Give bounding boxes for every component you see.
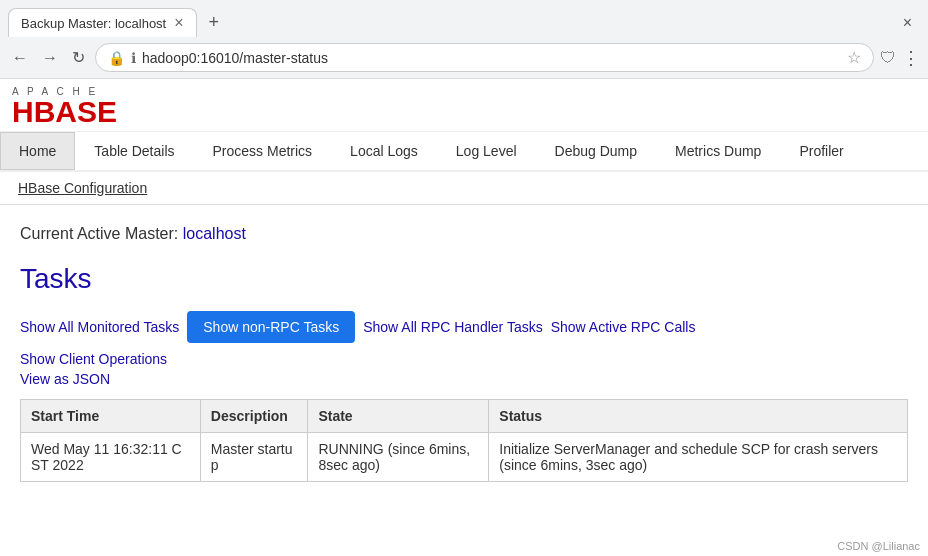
col-state: State [308, 400, 489, 433]
cell-description: Master startup [200, 433, 308, 482]
logo-ase: ASE [55, 95, 117, 128]
show-all-rpc-button[interactable]: Show All RPC Handler Tasks [363, 315, 542, 339]
tab-title: Backup Master: localhost [21, 16, 166, 31]
nav-profiler[interactable]: Profiler [780, 132, 862, 170]
security-icon: 🔒 [108, 50, 125, 66]
table-body: Wed May 11 16:32:11 CST 2022 Master star… [21, 433, 908, 482]
bookmark-button[interactable]: ☆ [847, 48, 861, 67]
view-json-link[interactable]: View as JSON [20, 371, 110, 387]
hbase-header: A P A C H E HBASE Home Table Details Pro… [0, 79, 928, 205]
nav-second-row-container: HBase Configuration [0, 170, 928, 204]
table-head: Start Time Description State Status [21, 400, 908, 433]
col-start-time: Start Time [21, 400, 201, 433]
logo-b: B [34, 95, 56, 128]
url-display: hadoop0:16010/master-status [142, 50, 841, 66]
new-tab-button[interactable]: + [201, 8, 228, 37]
address-bar-row: ← → ↻ 🔒 ℹ hadoop0:16010/master-status ☆ … [0, 37, 928, 78]
address-bar[interactable]: 🔒 ℹ hadoop0:16010/master-status ☆ [95, 43, 874, 72]
hbase-logo-area: A P A C H E HBASE [0, 79, 928, 131]
close-window-icon[interactable]: × [895, 14, 920, 32]
hbase-main-logo: HBASE [12, 97, 916, 127]
show-non-rpc-button[interactable]: Show non-RPC Tasks [187, 311, 355, 343]
nav-log-level[interactable]: Log Level [437, 132, 536, 170]
forward-button[interactable]: → [38, 45, 62, 71]
col-status: Status [489, 400, 908, 433]
nav-table-details[interactable]: Table Details [75, 132, 193, 170]
nav-metrics-dump[interactable]: Metrics Dump [656, 132, 780, 170]
show-client-ops-button[interactable]: Show Client Operations [20, 347, 167, 371]
close-tab-icon[interactable]: × [174, 15, 183, 31]
show-active-rpc-button[interactable]: Show Active RPC Calls [551, 315, 696, 339]
tasks-heading: Tasks [20, 263, 908, 295]
task-buttons-row1: Show All Monitored Tasks Show non-RPC Ta… [20, 311, 908, 343]
nav-local-logs[interactable]: Local Logs [331, 132, 437, 170]
cell-start-time: Wed May 11 16:32:11 CST 2022 [21, 433, 201, 482]
task-buttons-row2: Show Client Operations [20, 351, 908, 367]
nav-debug-dump[interactable]: Debug Dump [536, 132, 657, 170]
logo-h: H [12, 95, 34, 128]
cell-state: RUNNING (since 6mins,8sec ago) [308, 433, 489, 482]
cell-status: Initialize ServerManager and schedule SC… [489, 433, 908, 482]
domain-icon: ℹ [131, 50, 136, 66]
main-content: Current Active Master: localhost Tasks S… [0, 205, 928, 502]
col-description: Description [200, 400, 308, 433]
shield-button[interactable]: 🛡 [880, 49, 896, 67]
show-all-monitored-button[interactable]: Show All Monitored Tasks [20, 315, 179, 339]
nav-process-metrics[interactable]: Process Metrics [194, 132, 332, 170]
apache-text: A P A C H E [12, 87, 916, 97]
browser-chrome: Backup Master: localhost × + × ← → ↻ 🔒 ℹ… [0, 0, 928, 79]
tab-bar: Backup Master: localhost × + × [0, 0, 928, 37]
app-content: A P A C H E HBASE Home Table Details Pro… [0, 79, 928, 502]
table-row: Wed May 11 16:32:11 CST 2022 Master star… [21, 433, 908, 482]
hbase-logo: A P A C H E HBASE [12, 87, 916, 127]
tasks-table: Start Time Description State Status Wed … [20, 399, 908, 482]
table-header-row: Start Time Description State Status [21, 400, 908, 433]
nav-hbase-configuration[interactable]: HBase Configuration [0, 171, 928, 204]
back-button[interactable]: ← [8, 45, 32, 71]
current-master-label: Current Active Master: [20, 225, 178, 242]
menu-button[interactable]: ⋮ [902, 47, 920, 69]
browser-tab[interactable]: Backup Master: localhost × [8, 8, 197, 37]
current-master-line: Current Active Master: localhost [20, 225, 908, 243]
refresh-button[interactable]: ↻ [68, 44, 89, 71]
nav-home[interactable]: Home [0, 132, 75, 170]
nav-menu: Home Table Details Process Metrics Local… [0, 131, 928, 170]
current-master-link[interactable]: localhost [183, 225, 246, 242]
